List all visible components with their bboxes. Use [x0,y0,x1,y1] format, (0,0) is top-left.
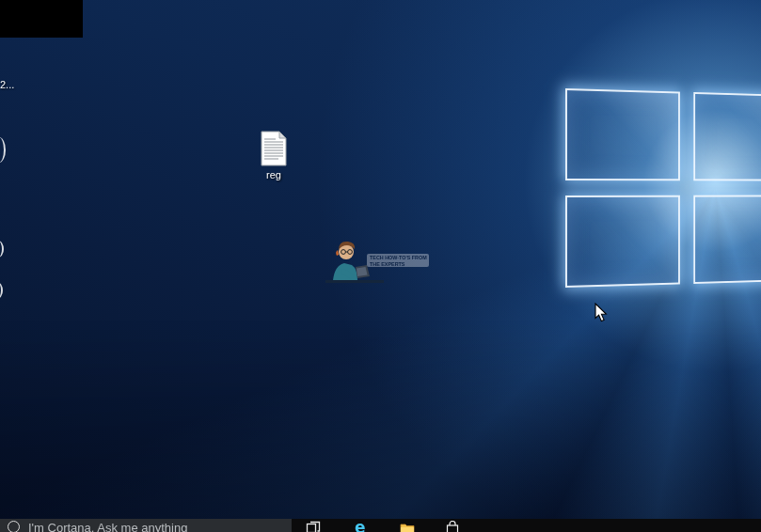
watermark-text-line1: TECH HOW-TO'S FROM [370,255,427,260]
windows-logo-pane [565,196,680,288]
file-explorer-icon[interactable] [400,521,415,532]
windows-logo-pane [693,92,761,181]
window-fragment [0,0,83,38]
desktop-icon-reg[interactable]: reg [246,131,302,180]
watermark-text-line2: THE EXPERTS [370,261,405,267]
store-icon[interactable] [445,521,460,532]
cortana-search-box[interactable]: I'm Cortana. Ask me anything [0,519,292,532]
taskbar[interactable]: I'm Cortana. Ask me anything e [0,519,761,532]
cortana-search-placeholder: I'm Cortana. Ask me anything [28,521,187,532]
desktop-icon-label: reg [246,169,302,180]
cortana-icon [8,521,20,532]
windows-logo-pane [693,195,761,284]
partial-icon-label[interactable]: 2... [0,79,14,90]
windows-logo [565,88,761,288]
edge-icon[interactable]: e [355,521,370,532]
windows-logo-pane [565,88,680,180]
task-view-icon[interactable] [306,521,321,532]
text-file-icon [260,131,288,166]
watermark-logo: TECH HOW-TO'S FROM THE EXPERTS [318,231,436,291]
mouse-cursor [595,303,608,322]
